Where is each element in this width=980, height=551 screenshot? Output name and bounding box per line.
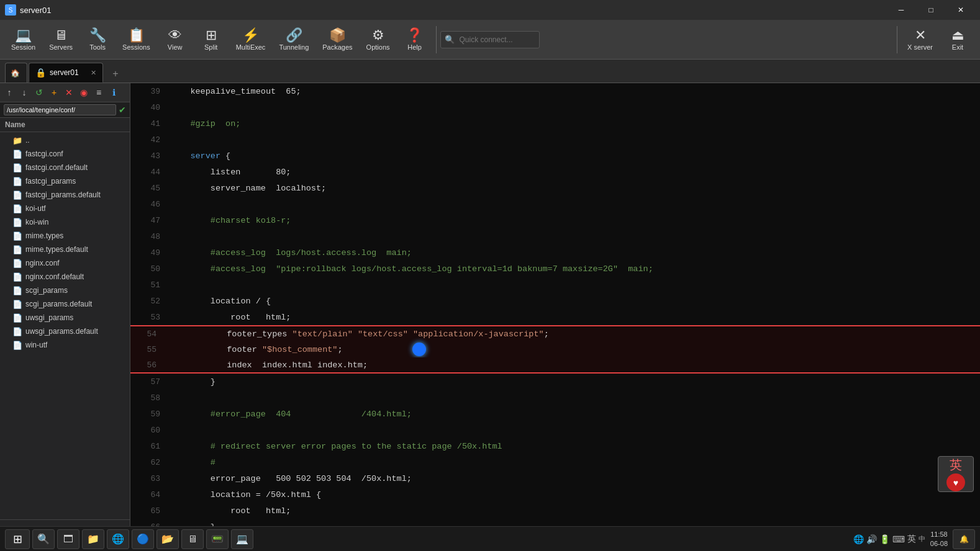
code-text: location = /50x.html { xyxy=(170,490,321,499)
tools-icon: 🔧 xyxy=(89,29,106,42)
list-item[interactable]: 📄 fastcgi.conf xyxy=(0,147,130,161)
taskbar-chrome[interactable]: 🔵 xyxy=(132,529,154,549)
list-item[interactable]: 📄 fastcgi.conf.default xyxy=(0,161,130,174)
taskbar-search[interactable]: 🔍 xyxy=(32,529,55,549)
line-number: 40 xyxy=(135,103,160,112)
taskbar-files[interactable]: 📂 xyxy=(157,529,179,549)
taskbar-taskview[interactable]: 🗖 xyxy=(57,529,79,549)
maximize-button[interactable]: □ xyxy=(917,0,945,20)
tab-lock-icon: 🔒 xyxy=(35,68,46,78)
sidebar-action1-button[interactable]: ◉ xyxy=(77,86,91,99)
toolbar-packages[interactable]: 📦 Packages xyxy=(316,26,358,53)
list-item[interactable]: 📄 scgi_params xyxy=(0,284,130,297)
list-item[interactable]: 📄 nginx.conf xyxy=(0,256,130,270)
toolbar-tools[interactable]: 🔧 Tools xyxy=(80,26,115,53)
battery-tray-icon[interactable]: 🔋 xyxy=(879,534,890,544)
list-item[interactable]: 📄 fastcgi_params.default xyxy=(0,188,130,202)
list-item[interactable]: 📄 uwsgi_params xyxy=(0,311,130,325)
list-item[interactable]: 📄 fastcgi_params xyxy=(0,174,130,188)
minimize-button[interactable]: ─ xyxy=(887,0,915,20)
tab-close-button[interactable]: ✕ xyxy=(91,69,96,77)
list-item[interactable]: 📄 koi-win xyxy=(0,215,130,229)
file-icon: 📄 xyxy=(12,177,22,186)
code-line-47: 47 #charset koi8-r; xyxy=(130,212,980,228)
sidebar-delete-button[interactable]: ✕ xyxy=(62,86,76,99)
window-title: server01 xyxy=(20,6,887,15)
list-item[interactable]: 📄 scgi_params.default xyxy=(0,297,130,311)
close-button[interactable]: ✕ xyxy=(946,0,975,20)
toolbar-separator-2 xyxy=(897,26,897,53)
path-bar: /usr/local/tengine/conf/ ✔ xyxy=(0,102,130,118)
toolbar-help[interactable]: ❓ Help xyxy=(397,26,432,53)
list-item[interactable]: 📄 koi-utf xyxy=(0,202,130,215)
network-tray-icon[interactable]: 🌐 xyxy=(853,534,864,544)
taskbar-app2[interactable]: 📟 xyxy=(206,529,229,549)
toolbar-options[interactable]: ⚙ Options xyxy=(360,26,396,53)
sidebar-action3-button[interactable]: ℹ xyxy=(107,86,120,99)
notification-button[interactable]: 🔔 xyxy=(953,529,975,549)
code-editor[interactable]: 39 keepalive_timeout 65; 40 41 #gzip on;… xyxy=(130,83,980,551)
list-item[interactable]: 📁 .. xyxy=(0,133,130,147)
volume-tray-icon[interactable]: 🔊 xyxy=(866,534,877,544)
list-item[interactable]: 📄 mime.types.default xyxy=(0,243,130,256)
taskbar-app3[interactable]: 💻 xyxy=(231,529,253,549)
sidebar-action2-button[interactable]: ≡ xyxy=(92,86,106,99)
file-list: 📁 .. 📄 fastcgi.conf 📄 fastcgi.conf.defau… xyxy=(0,132,130,519)
clock-time: 11:58 xyxy=(930,530,948,539)
xserver-icon: ✕ xyxy=(915,29,926,42)
list-item[interactable]: 📄 uwsgi_params.default xyxy=(0,325,130,338)
toolbar-session[interactable]: 💻 Session xyxy=(5,26,42,53)
toolbar-right: ✕ X server ⏏ Exit xyxy=(894,26,975,53)
ime-tray-icon[interactable]: 英 xyxy=(907,534,916,545)
keyboard-tray-icon[interactable]: ⌨ xyxy=(892,534,905,544)
line-number: 43 xyxy=(135,151,160,161)
line-number: 49 xyxy=(135,248,160,258)
toolbar-sessions[interactable]: 📋 Sessions xyxy=(116,26,157,53)
split-icon: ⊞ xyxy=(206,29,217,42)
code-line-40: 40 xyxy=(130,99,980,115)
tab-new-button[interactable]: + xyxy=(107,65,124,83)
code-text: listen 80; xyxy=(170,168,291,177)
tab-recent[interactable]: 🏠 xyxy=(5,63,27,83)
code-line-50: 50 #access_log "pipe:rollback logs/host.… xyxy=(130,261,980,277)
sidebar-new-button[interactable]: + xyxy=(47,86,61,99)
list-item[interactable]: 📄 nginx.conf.default xyxy=(0,270,130,284)
sidebar-down-button[interactable]: ↓ xyxy=(17,86,31,99)
toolbar-xserver[interactable]: ✕ X server xyxy=(901,26,939,53)
toolbar-servers[interactable]: 🖥 Servers xyxy=(43,26,79,53)
sidebar-header: Name xyxy=(0,118,130,132)
line-number: 54 xyxy=(132,329,157,339)
sidebar-refresh-button[interactable]: ↺ xyxy=(32,86,46,99)
options-icon: ⚙ xyxy=(372,29,384,42)
code-text xyxy=(170,426,175,435)
tray-text: 中 xyxy=(919,534,925,544)
ime-widget[interactable]: 英 ♥ xyxy=(938,456,974,492)
code-line-58: 58 xyxy=(130,390,980,406)
toolbar-exit[interactable]: ⏏ Exit xyxy=(940,26,975,53)
taskbar-explorer[interactable]: 📁 xyxy=(82,529,104,549)
path-confirm-icon[interactable]: ✔ xyxy=(119,105,126,115)
session-icon: 💻 xyxy=(15,29,32,42)
file-name: koi-win xyxy=(25,218,48,226)
code-line-41: 41 #gzip on; xyxy=(130,115,980,132)
code-text: footer_types "text/plain" "text/css" "ap… xyxy=(166,329,549,339)
toolbar-split[interactable]: ⊞ Split xyxy=(194,26,229,53)
path-input[interactable]: /usr/local/tengine/conf/ xyxy=(4,104,116,115)
quick-connect-input[interactable] xyxy=(457,33,555,47)
start-button[interactable]: ⊞ xyxy=(5,529,30,549)
taskbar-edge[interactable]: 🌐 xyxy=(107,529,129,549)
cursor-indicator xyxy=(412,343,426,356)
toolbar-multiexec[interactable]: ⚡ MultiExec xyxy=(230,26,272,53)
list-item[interactable]: 📄 mime.types xyxy=(0,229,130,243)
sidebar-up-button[interactable]: ↑ xyxy=(2,86,16,99)
toolbar-tunneling-label: Tunneling xyxy=(279,43,309,51)
toolbar-view[interactable]: 👁 View xyxy=(158,26,193,53)
code-line-63: 63 error_page 500 502 503 504 /50x.html; xyxy=(130,470,980,486)
code-text: # redirect server error pages to the sta… xyxy=(170,442,502,451)
toolbar-tunneling[interactable]: 🔗 Tunneling xyxy=(273,26,315,53)
line-number: 51 xyxy=(135,280,160,290)
taskbar-app1[interactable]: 🖥 xyxy=(181,529,204,549)
toolbar-tools-label: Tools xyxy=(89,43,106,51)
list-item[interactable]: 📄 win-utf xyxy=(0,338,130,352)
tab-server01[interactable]: 🔒 server01 ✕ xyxy=(29,63,103,83)
